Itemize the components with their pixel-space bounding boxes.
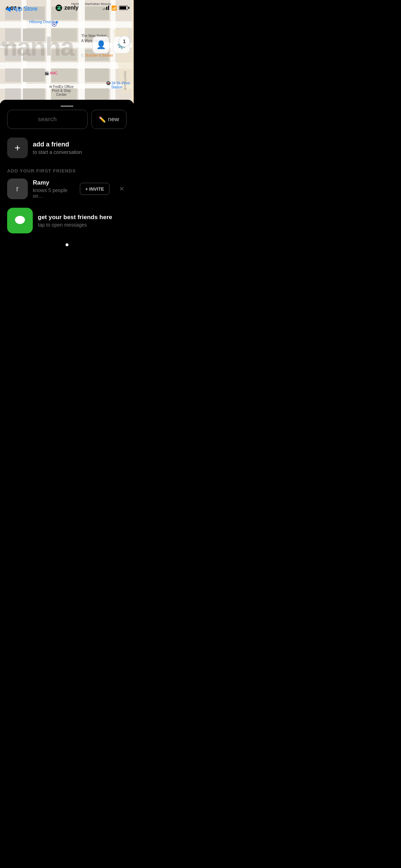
friend-suggestion-row: r Ramy knows 5 people on… + INVITE ✕ xyxy=(7,179,127,199)
messages-row[interactable]: get your best friends here tap to open m… xyxy=(7,208,127,233)
zenly-logo-icon xyxy=(55,4,62,11)
wifi-icon: 📶 xyxy=(111,5,117,11)
friend-description: knows 5 people on… xyxy=(33,187,75,199)
search-row: search ✏️ new xyxy=(7,110,127,129)
friend-info: Ramy knows 5 people on… xyxy=(33,179,75,199)
back-label: App Store xyxy=(12,6,37,12)
invite-button[interactable]: + INVITE xyxy=(80,183,109,195)
page-indicator xyxy=(7,243,127,246)
svg-point-37 xyxy=(15,216,25,224)
profile-button[interactable]: 👤 xyxy=(92,36,109,53)
add-friend-icon: + xyxy=(7,138,28,158)
page-dot-active xyxy=(66,243,68,246)
add-friend-subtitle: to start a conversation xyxy=(33,149,82,155)
drag-handle[interactable] xyxy=(61,105,73,107)
add-friend-row[interactable]: + add a friend to start a conversation xyxy=(7,138,127,158)
messages-text: get your best friends here tap to open m… xyxy=(38,214,112,228)
friend-name: Ramy xyxy=(33,179,75,186)
section-label: ADD YOUR FIRST FRIENDS xyxy=(7,168,127,174)
messages-subtitle: tap to open messages xyxy=(38,222,112,228)
messages-bubble-icon xyxy=(13,214,27,227)
zenly-name: zenly xyxy=(64,5,78,11)
messages-title: get your best friends here xyxy=(38,214,112,221)
new-button[interactable]: ✏️ new xyxy=(91,110,127,129)
messages-app-icon xyxy=(7,208,33,233)
map-label-hillsong: Hillsong Church ◉ xyxy=(29,20,58,24)
bottom-sheet: search ✏️ new + add a friend to start a … xyxy=(0,100,134,289)
notification-badge[interactable]: 1 xyxy=(119,36,130,47)
map-label-amc: 🎬 AMC xyxy=(45,71,57,75)
battery-icon xyxy=(119,6,128,10)
new-button-label: new xyxy=(108,116,119,123)
back-arrow-icon: ◀ xyxy=(6,5,11,13)
app-store-back-button[interactable]: ◀ App Store xyxy=(6,5,37,13)
map-label-butcher: 🍴 Butcher & Banker xyxy=(80,53,113,57)
search-input[interactable]: search xyxy=(7,110,88,129)
dismiss-button[interactable]: ✕ xyxy=(117,184,127,194)
search-placeholder: search xyxy=(38,116,57,123)
add-friend-text: add a friend to start a conversation xyxy=(33,141,82,155)
pencil-icon: ✏️ xyxy=(99,116,106,123)
status-right: 📶 xyxy=(103,5,128,11)
signal-icon xyxy=(103,6,109,10)
map-label-fedex: ✉ FedEx OfficePrint & ShipCenter xyxy=(49,85,73,97)
add-friend-title: add a friend xyxy=(33,141,82,148)
map-label-34st: 🚇 34 St–Penn Station xyxy=(106,81,130,89)
zenly-header: zenly xyxy=(55,4,78,11)
friend-avatar: r xyxy=(7,179,28,199)
